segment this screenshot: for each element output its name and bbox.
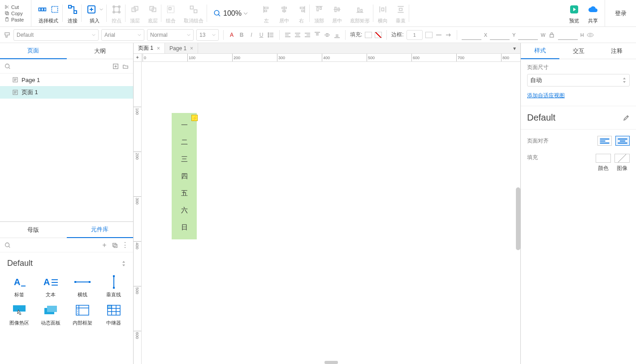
chevron-down-icon (100, 8, 103, 11)
fill-image-option[interactable]: 图像 (614, 154, 630, 172)
share-button[interactable]: 共享 (584, 0, 602, 26)
align-vcenter-icon (333, 5, 342, 14)
h-input[interactable] (558, 30, 578, 40)
anchor-icon (111, 4, 122, 15)
widget-label[interactable]: A标签 (4, 275, 35, 298)
tab-masters[interactable]: 母版 (0, 222, 67, 238)
add-page-icon[interactable] (112, 63, 119, 69)
tab-scroll-icon[interactable]: ▾ (509, 43, 520, 53)
tab-widgets[interactable]: 元件库 (67, 222, 134, 238)
underline-button[interactable]: U (258, 31, 265, 39)
page-align-center[interactable] (615, 136, 630, 146)
lock-aspect-icon[interactable] (548, 31, 555, 39)
edit-icon[interactable] (623, 114, 630, 121)
widget-repeater[interactable]: 中继器 (98, 303, 130, 326)
doc-tab[interactable]: Page 1× (165, 43, 198, 53)
text-align-left-icon[interactable] (284, 31, 291, 39)
add-lib-icon[interactable]: + (101, 242, 108, 249)
repeater-widget-instance[interactable]: 一二三四五六日 (172, 113, 197, 239)
vertical-ruler[interactable]: 100200300400500600 (134, 62, 142, 364)
select-mode-group[interactable]: 选择模式 (34, 0, 63, 26)
zoom-group[interactable]: 100% (208, 0, 253, 26)
position-inputs: X Y W H (462, 30, 594, 40)
doc-tab[interactable]: 页面 1× (134, 43, 165, 53)
svg-point-44 (268, 36, 269, 37)
ungroup-group: 取消组合 (180, 0, 207, 26)
lightning-badge[interactable]: ⚡ (191, 115, 198, 121)
fill-color-option[interactable]: 颜色 (596, 154, 611, 172)
w-input[interactable] (518, 30, 538, 40)
close-icon[interactable]: × (190, 45, 193, 52)
paste-menu[interactable]: Paste (4, 17, 31, 22)
widget-dynamic-panel[interactable]: 动态面板 (35, 303, 66, 326)
more-icon[interactable]: ⋮ (121, 242, 129, 249)
ruler-origin[interactable]: ✦ (134, 54, 142, 62)
tab-outline[interactable]: 大纲 (67, 43, 134, 59)
duplicate-icon[interactable] (112, 242, 118, 248)
widget-hline[interactable]: 横线 (67, 275, 98, 298)
paint-format-icon[interactable] (4, 31, 11, 39)
add-adaptive-view-link[interactable]: 添加自适应视图 (527, 92, 565, 100)
connect-group[interactable]: 连接 (64, 0, 82, 26)
widget-vline[interactable]: 垂直线 (98, 275, 130, 298)
close-icon[interactable]: × (157, 45, 160, 52)
dist-v-group: 垂直 (392, 0, 409, 26)
border-arrow-icon[interactable] (445, 31, 452, 39)
add-folder-icon[interactable] (122, 63, 129, 69)
updown-icon (121, 260, 126, 267)
weight-dropdown[interactable]: Normal (147, 29, 194, 41)
bullets-icon[interactable] (268, 31, 275, 39)
page-tree-item[interactable]: Page 1 (0, 74, 133, 86)
page-dimensions-select[interactable]: 自动 (527, 74, 630, 87)
svg-rect-24 (190, 6, 194, 9)
tab-notes[interactable]: 注释 (597, 43, 636, 59)
align-left-group: 左 (259, 0, 275, 26)
border-style-icon[interactable] (435, 31, 442, 39)
svg-rect-2 (6, 13, 9, 15)
canvas[interactable]: 一二三四五六日 ⚡ (142, 62, 520, 364)
widget-text[interactable]: A文本 (35, 275, 66, 298)
search-icon[interactable] (4, 242, 11, 248)
select-intersect-icon (50, 5, 59, 14)
fill-none-swatch[interactable] (375, 32, 382, 38)
font-dropdown[interactable]: Arial (101, 29, 144, 41)
tab-style[interactable]: 样式 (521, 43, 559, 59)
text-align-right-icon[interactable] (304, 31, 311, 39)
bottom-handle[interactable] (324, 361, 338, 364)
italic-button[interactable]: I (248, 31, 255, 39)
library-name[interactable]: Default (5, 255, 128, 272)
login-button[interactable]: 登录 (605, 0, 636, 26)
widget-hotspot[interactable]: 图像热区 (4, 303, 35, 326)
bold-button[interactable]: B (238, 31, 245, 39)
inspector-body: 页面尺寸 自动 添加自适应视图 Default 页面对齐 填充 (521, 59, 636, 177)
preview-button[interactable]: 预览 (565, 0, 583, 26)
vertical-scrollbar[interactable] (516, 187, 520, 250)
valign-bottom-icon[interactable] (333, 31, 341, 39)
svg-point-43 (268, 35, 269, 35)
border-color-swatch[interactable] (425, 32, 433, 38)
fill-color-swatch[interactable] (365, 32, 372, 38)
page-tree-item[interactable]: 页面 1 (0, 86, 133, 99)
valign-middle-icon[interactable] (324, 31, 331, 39)
tab-pages[interactable]: 页面 (0, 43, 67, 59)
border-width-input[interactable] (407, 30, 423, 40)
fontsize-dropdown[interactable]: 13 (196, 29, 219, 41)
style-dropdown[interactable]: Default (13, 29, 99, 41)
valign-top-icon[interactable] (314, 31, 321, 39)
align-top-icon (315, 5, 324, 14)
tab-interactions[interactable]: 交互 (559, 43, 598, 59)
y-input[interactable] (490, 30, 510, 40)
search-icon[interactable] (4, 63, 11, 69)
cut-menu[interactable]: Cut (4, 4, 31, 10)
widget-inline-frame[interactable]: 内部框架 (67, 303, 98, 326)
horizontal-ruler[interactable]: 0100200300400500600700800 (142, 54, 520, 62)
text-align-center-icon[interactable] (294, 31, 301, 39)
page-align-left[interactable] (597, 136, 612, 146)
insert-group[interactable]: 插入 (82, 0, 107, 26)
copy-menu[interactable]: Copy (4, 11, 31, 16)
font-color-icon[interactable]: A (228, 31, 235, 39)
visibility-icon[interactable] (587, 31, 594, 39)
svg-point-42 (268, 33, 269, 34)
x-input[interactable] (462, 30, 481, 40)
svg-rect-57 (89, 281, 91, 283)
